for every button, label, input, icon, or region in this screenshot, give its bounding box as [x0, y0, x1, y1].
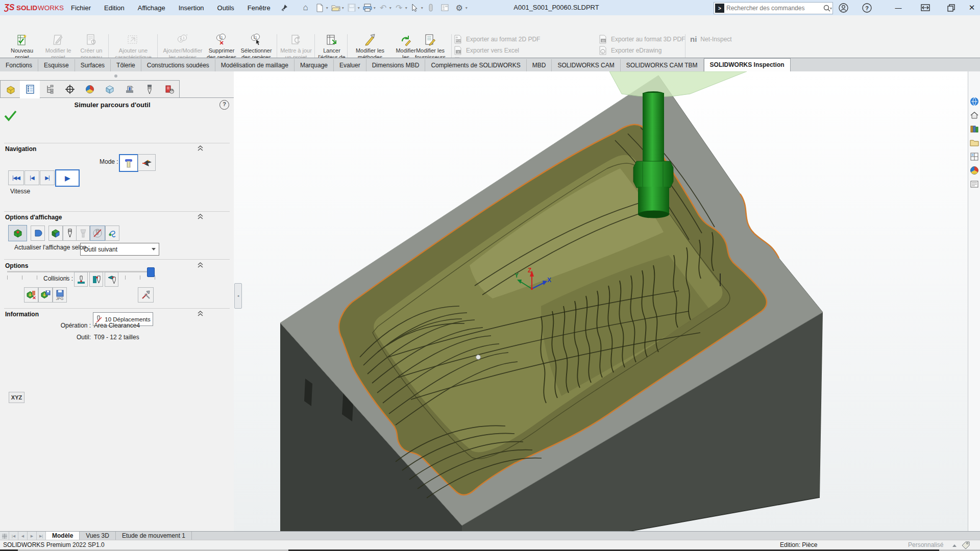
tab-solidworks-inspection[interactable]: SOLIDWORKS Inspection	[704, 58, 791, 71]
tab-solidworks-cam-tbm[interactable]: SOLIDWORKS CAM TBM	[621, 59, 704, 71]
discard-stock-button[interactable]: ✕	[24, 287, 38, 303]
open-icon[interactable]	[330, 2, 342, 14]
appearances-icon[interactable]	[970, 166, 979, 175]
tab-modele[interactable]: Modèle	[46, 532, 80, 540]
new-dropdown[interactable]: ▾	[326, 6, 328, 10]
tab-scroll-back[interactable]: ◀	[18, 532, 28, 540]
tab-feature-manager[interactable]	[0, 80, 21, 98]
step-to-end-button[interactable]: ▶|	[40, 170, 55, 185]
expand-status-icon[interactable]	[952, 544, 957, 547]
menu-edition[interactable]: Edition	[97, 4, 131, 12]
ok-check-icon[interactable]	[4, 110, 17, 121]
simulation-settings-button[interactable]	[138, 287, 154, 303]
collapse-chevron-icon[interactable]	[197, 262, 204, 270]
new-document-icon[interactable]	[314, 2, 326, 14]
resources-globe-icon[interactable]	[970, 97, 979, 106]
open-dropdown[interactable]: ▾	[342, 6, 344, 10]
select-cursor-icon[interactable]	[409, 2, 421, 14]
home-icon[interactable]: ⌂	[300, 2, 312, 14]
account-icon[interactable]	[833, 0, 853, 15]
tab-splitter-icon[interactable]	[0, 532, 9, 540]
tab-etude-mouvement[interactable]: Etude de mouvement 1	[116, 532, 192, 540]
graphics-viewport[interactable]: Z Y X	[234, 71, 968, 531]
playback-step-dropdown[interactable]: Outil suivant	[80, 243, 159, 256]
minimize-button[interactable]: —	[888, 0, 909, 15]
customized-status[interactable]: Personnalisé	[908, 541, 943, 548]
restore-button[interactable]	[941, 0, 961, 15]
tab-constructions-soudees[interactable]: Constructions soudées	[141, 59, 215, 71]
tab-evaluer[interactable]: Evaluer	[334, 59, 366, 71]
panel-collapse-handle[interactable]: ◂	[234, 283, 242, 309]
save-stock-button[interactable]	[38, 287, 53, 303]
tab-tolerie[interactable]: Tôlerie	[111, 59, 141, 71]
tab-fonctions[interactable]: Fonctions	[0, 59, 38, 71]
menu-outils[interactable]: Outils	[211, 4, 241, 12]
design-library-icon[interactable]	[970, 124, 979, 134]
tab-solidworks-cam[interactable]: SOLIDWORKS CAM	[552, 59, 620, 71]
search-scope-dropdown[interactable]: ▾	[830, 6, 832, 11]
tool-mode-button[interactable]	[119, 154, 138, 172]
play-button[interactable]: ▶	[55, 169, 80, 187]
collision-stop-button[interactable]	[74, 272, 88, 287]
tab-cam-operation-tree[interactable]	[119, 80, 140, 98]
menu-fichier[interactable]: Fichier	[64, 4, 97, 12]
tab-property-manager[interactable]	[20, 80, 40, 98]
options-dropdown[interactable]: ▾	[465, 6, 468, 10]
print-icon[interactable]	[361, 2, 374, 14]
panel-splitter[interactable]	[0, 71, 234, 80]
skip-to-start-button[interactable]: |◀◀	[8, 170, 24, 185]
options-gear-icon[interactable]: ⚙	[453, 2, 465, 14]
tab-complements[interactable]: Compléments de SOLIDWORKS	[425, 59, 526, 71]
file-explorer-icon[interactable]	[970, 138, 979, 147]
tab-vues-3d[interactable]: Vues 3D	[80, 532, 116, 540]
home-icon[interactable]	[970, 111, 979, 120]
view-palette-icon[interactable]	[970, 152, 979, 161]
collision-fixture-button[interactable]	[105, 272, 118, 287]
hide-rapid-moves-button[interactable]	[90, 226, 105, 241]
print-dropdown[interactable]: ▾	[374, 6, 376, 10]
pin-icon[interactable]	[278, 2, 290, 14]
panel-help-icon[interactable]: ?	[219, 100, 229, 110]
custom-properties-icon[interactable]	[970, 180, 979, 189]
tab-dimensions-mbd[interactable]: Dimensions MBD	[366, 59, 426, 71]
show-tool-button[interactable]	[63, 226, 77, 241]
menu-affichage[interactable]: Affichage	[131, 4, 172, 12]
tab-display-manager[interactable]	[80, 80, 100, 98]
command-search[interactable]: > ▾	[714, 2, 833, 14]
tab-scroll-last[interactable]: ▶|	[37, 532, 46, 540]
tab-mbd[interactable]: MBD	[527, 59, 552, 71]
tab-cam-feature-tree[interactable]	[100, 80, 120, 98]
tab-cam-tools[interactable]	[139, 80, 160, 98]
section-view-button[interactable]	[48, 226, 63, 241]
step-back-button[interactable]: |◀	[24, 170, 39, 185]
menu-fenetre[interactable]: Fenêtre	[241, 4, 277, 12]
show-toolpath-button[interactable]	[105, 226, 119, 241]
svg-text:11: 11	[253, 36, 257, 39]
collapse-chevron-icon[interactable]	[197, 214, 204, 221]
menu-insertion[interactable]: Insertion	[172, 4, 211, 12]
tab-esquisse[interactable]: Esquisse	[38, 59, 75, 71]
tab-scroll-first[interactable]: |◀	[9, 532, 18, 540]
tab-dimxpert-manager[interactable]	[60, 80, 80, 98]
collapse-chevron-icon[interactable]	[197, 311, 204, 318]
tab-cam-inspection[interactable]	[159, 80, 180, 98]
search-input[interactable]	[724, 5, 823, 12]
tab-configuration-manager[interactable]	[40, 80, 60, 98]
help-icon[interactable]: ?	[856, 0, 877, 15]
collapse-chevron-icon[interactable]	[197, 145, 204, 153]
tab-scroll-forward[interactable]: ▶	[28, 532, 37, 540]
tab-surfaces[interactable]: Surfaces	[75, 59, 111, 71]
show-target-part-button[interactable]	[31, 226, 45, 241]
xyz-coordinates-button[interactable]: XYZ	[9, 392, 24, 403]
tab-marquage[interactable]: Marquage	[295, 59, 334, 71]
tab-modelisation-maillage[interactable]: Modélisation de maillage	[215, 59, 295, 71]
collision-holder-button[interactable]	[89, 272, 103, 287]
save-image-button[interactable]: JPG	[53, 287, 67, 303]
export-label: Exporter eDrawing	[611, 47, 662, 54]
turbo-mode-button[interactable]	[138, 154, 156, 171]
show-stock-button[interactable]	[8, 225, 27, 241]
tag-icon[interactable]	[962, 541, 970, 549]
select-dropdown[interactable]: ▾	[421, 6, 423, 10]
span-displays-button[interactable]	[915, 0, 936, 15]
close-button[interactable]: ✕	[962, 0, 980, 15]
